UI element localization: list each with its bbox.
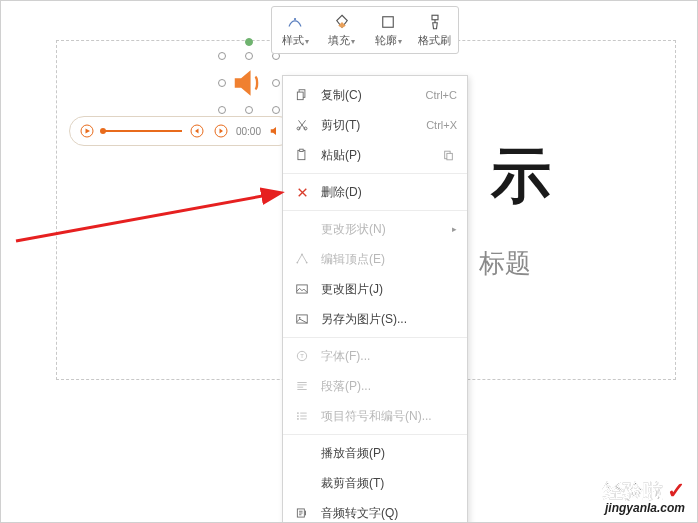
separator	[283, 434, 467, 435]
menu-trim-audio[interactable]: 裁剪音频(T)	[283, 468, 467, 498]
edit-points-icon	[293, 252, 311, 266]
speaker-icon	[230, 64, 268, 102]
separator	[283, 210, 467, 211]
style-icon	[285, 12, 305, 32]
resize-handle[interactable]	[218, 79, 226, 87]
cut-shortcut: Ctrl+X	[426, 119, 457, 131]
menu-copy[interactable]: 复制(C) Ctrl+C	[283, 80, 467, 110]
slide-subtitle-fragment: 标题	[479, 246, 531, 281]
svg-marker-1	[86, 129, 91, 134]
rotate-handle[interactable]	[245, 38, 253, 46]
svg-point-19	[306, 262, 308, 264]
svg-marker-5	[219, 129, 223, 134]
menu-font: T 字体(F)...	[283, 341, 467, 371]
audio-progress-track[interactable]	[102, 130, 182, 132]
play-audio-label: 播放音频(P)	[321, 445, 457, 462]
watermark-url: jingyanla.com	[603, 502, 685, 514]
audio-text-label: 音频转文字(Q)	[321, 505, 457, 522]
trim-audio-label: 裁剪音频(T)	[321, 475, 457, 492]
menu-delete[interactable]: 删除(D)	[283, 177, 467, 207]
resize-handle[interactable]	[245, 52, 253, 60]
fill-label: 填充	[328, 33, 355, 48]
svg-rect-7	[383, 17, 394, 28]
menu-bullets: 项目符号和编号(N)...	[283, 401, 467, 431]
menu-save-as-picture[interactable]: 另存为图片(S)...	[283, 304, 467, 334]
svg-point-6	[294, 18, 296, 20]
svg-rect-14	[300, 149, 304, 151]
delete-icon	[293, 186, 311, 199]
save-picture-label: 另存为图片(S)...	[321, 311, 457, 328]
audio-speaker-object[interactable]	[222, 56, 276, 110]
fill-button[interactable]: 填充	[319, 12, 366, 48]
resize-handle[interactable]	[218, 52, 226, 60]
copy-icon	[293, 88, 311, 102]
outline-button[interactable]: 轮廓	[365, 12, 412, 48]
menu-change-shape: 更改形状(N) ▸	[283, 214, 467, 244]
svg-rect-20	[297, 285, 308, 293]
menu-paste[interactable]: 粘贴(P)	[283, 140, 467, 170]
audio-text-icon	[293, 506, 311, 520]
resize-handle[interactable]	[245, 106, 253, 114]
watermark: 经验啦 ✓ jingyanla.com	[603, 480, 685, 514]
mini-toolbar: 样式 填充 轮廓 格式刷	[271, 6, 459, 54]
save-picture-icon	[293, 312, 311, 326]
menu-change-picture[interactable]: 更改图片(J)	[283, 274, 467, 304]
copy-label: 复制(C)	[321, 87, 416, 104]
menu-edit-points: 编辑顶点(E)	[283, 244, 467, 274]
svg-point-26	[297, 415, 299, 417]
separator	[283, 337, 467, 338]
svg-rect-8	[432, 15, 438, 20]
paste-label: 粘贴(P)	[321, 147, 429, 164]
outline-label: 轮廓	[375, 33, 402, 48]
audio-progress-thumb[interactable]	[100, 128, 106, 134]
menu-paragraph: 段落(P)...	[283, 371, 467, 401]
font-icon: T	[293, 349, 311, 363]
paragraph-label: 段落(P)...	[321, 378, 457, 395]
separator	[283, 173, 467, 174]
svg-point-22	[299, 317, 301, 319]
cut-icon	[293, 118, 311, 132]
svg-rect-10	[297, 92, 303, 100]
resize-handle[interactable]	[272, 106, 280, 114]
change-picture-icon	[293, 282, 311, 296]
change-shape-label: 更改形状(N)	[321, 221, 442, 238]
svg-point-27	[297, 418, 299, 420]
format-painter-button[interactable]: 格式刷	[412, 12, 459, 48]
menu-audio-to-text[interactable]: 音频转文字(Q)	[283, 498, 467, 523]
paste-options-icon	[439, 149, 457, 162]
menu-play-audio[interactable]: 播放音频(P)	[283, 438, 467, 468]
watermark-text: 经验啦	[603, 480, 663, 502]
change-picture-label: 更改图片(J)	[321, 281, 457, 298]
svg-rect-16	[446, 153, 451, 160]
edit-points-label: 编辑顶点(E)	[321, 251, 457, 268]
copy-shortcut: Ctrl+C	[426, 89, 457, 101]
style-label: 样式	[282, 33, 309, 48]
delete-label: 删除(D)	[321, 184, 457, 201]
prev-button[interactable]	[188, 122, 206, 140]
play-button[interactable]	[78, 122, 96, 140]
submenu-arrow-icon: ▸	[452, 224, 457, 234]
format-painter-icon	[425, 12, 445, 32]
menu-cut[interactable]: 剪切(T) Ctrl+X	[283, 110, 467, 140]
svg-text:T: T	[300, 353, 304, 359]
style-button[interactable]: 样式	[272, 12, 319, 48]
format-painter-label: 格式刷	[418, 33, 451, 48]
outline-icon	[378, 12, 398, 32]
font-label: 字体(F)...	[321, 348, 457, 365]
audio-playback-bar: 00:00	[69, 116, 294, 146]
paragraph-icon	[293, 379, 311, 393]
next-button[interactable]	[212, 122, 230, 140]
bullets-icon	[293, 409, 311, 423]
resize-handle[interactable]	[272, 79, 280, 87]
context-menu: 复制(C) Ctrl+C 剪切(T) Ctrl+X 粘贴(P) 删除(D) 更改…	[282, 75, 468, 523]
svg-point-18	[301, 253, 303, 255]
bullets-label: 项目符号和编号(N)...	[321, 408, 457, 425]
paste-icon	[293, 148, 311, 162]
fill-icon	[332, 12, 352, 32]
audio-time-label: 00:00	[236, 126, 261, 137]
resize-handle[interactable]	[218, 106, 226, 114]
cut-label: 剪切(T)	[321, 117, 416, 134]
svg-point-17	[296, 262, 298, 264]
svg-marker-3	[195, 129, 199, 134]
svg-point-25	[297, 412, 299, 414]
